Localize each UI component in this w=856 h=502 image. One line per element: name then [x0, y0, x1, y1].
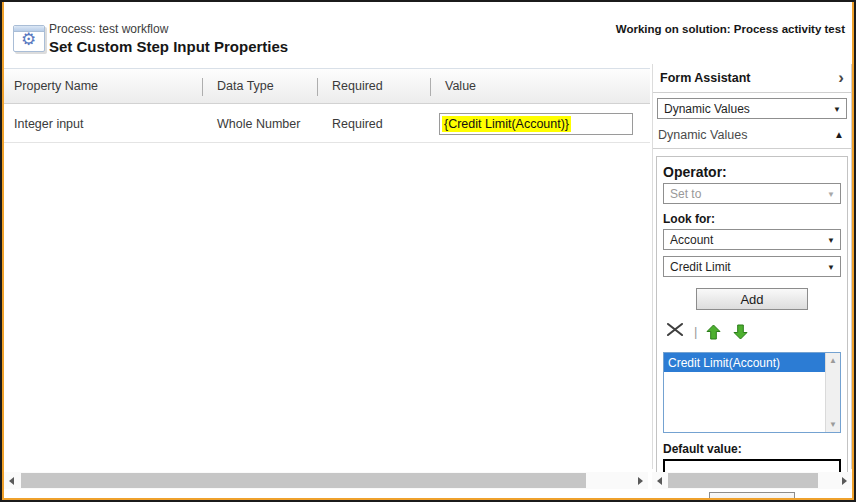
scroll-left-button[interactable]	[4, 472, 19, 489]
collapse-panel-chevron-icon[interactable]: ›	[838, 68, 844, 88]
gear-icon: ⚙	[21, 29, 36, 51]
dialog-header: ⚙ Process: test workflow Set Custom Step…	[2, 2, 854, 64]
look-for-attribute-value: Credit Limit	[670, 260, 731, 274]
ok-button[interactable]: OK	[709, 492, 795, 502]
delete-icon[interactable]	[666, 322, 684, 341]
chevron-down-icon: ▼	[827, 189, 835, 198]
scroll-right-icon	[638, 477, 643, 485]
window-frame-icon: ⚙	[13, 25, 45, 52]
look-for-label: Look for:	[663, 212, 841, 226]
scroll-right-icon	[842, 477, 847, 485]
cell-required: Required	[332, 117, 383, 131]
panel-horizontal-scrollbar[interactable]	[652, 472, 852, 489]
operator-label: Operator:	[663, 164, 841, 180]
table-row: Integer input Whole Number Required {Cre…	[4, 105, 650, 143]
form-assistant-title: Form Assistant	[660, 71, 751, 85]
dialog-window: ⚙ Process: test workflow Set Custom Step…	[0, 0, 856, 502]
page-title: Set Custom Step Input Properties	[49, 38, 288, 55]
column-header-data-type: Data Type	[217, 79, 274, 93]
process-window-gear-icon: ⚙	[13, 25, 49, 56]
working-on-solution-label: Working on solution: Process activity te…	[616, 23, 845, 35]
grid-header-row: Property Name Data Type Required Value	[4, 68, 650, 104]
operator-value: Set to	[670, 187, 701, 201]
scroll-up-icon[interactable]: ▲	[826, 356, 840, 365]
scroll-right-button[interactable]	[837, 472, 852, 489]
add-button[interactable]: Add	[696, 288, 808, 310]
column-divider	[202, 78, 203, 96]
form-assistant-panel: Form Assistant › Dynamic Values ▼ Dynami…	[652, 64, 852, 469]
assistant-view-select[interactable]: Dynamic Values ▼	[657, 98, 847, 119]
scrollbar-track[interactable]	[19, 472, 633, 489]
toolbar-divider: |	[694, 324, 697, 339]
column-header-value: Value	[445, 79, 476, 93]
look-for-entity-select[interactable]: Account ▼	[663, 229, 841, 250]
chevron-down-icon: ▼	[833, 104, 841, 113]
section-collapse-icon[interactable]: ▲	[834, 129, 844, 140]
look-for-attribute-select[interactable]: Credit Limit ▼	[663, 256, 841, 277]
scroll-left-button[interactable]	[652, 472, 667, 489]
list-item[interactable]: Credit Limit(Account)	[664, 353, 825, 372]
column-header-property-name: Property Name	[14, 79, 98, 93]
default-value-label: Default value:	[663, 442, 841, 456]
chevron-down-icon: ▼	[827, 262, 835, 271]
column-divider	[430, 78, 431, 96]
column-divider	[317, 78, 318, 96]
assistant-view-value: Dynamic Values	[664, 102, 750, 116]
property-grid: Property Name Data Type Required Value I…	[4, 64, 650, 484]
operator-select[interactable]: Set to ▼	[663, 183, 841, 204]
process-name-label: Process: test workflow	[49, 22, 168, 36]
value-input[interactable]: {Credit Limit(Account)}	[439, 113, 633, 135]
scroll-left-icon	[9, 477, 14, 485]
list-toolbar: |	[663, 322, 841, 341]
scrollbar-thumb[interactable]	[21, 473, 586, 488]
dynamic-values-section-header: Dynamic Values ▲	[653, 126, 851, 147]
cell-data-type: Whole Number	[217, 117, 300, 131]
form-assistant-header: Form Assistant ›	[653, 64, 851, 93]
section-divider	[653, 148, 851, 149]
listbox-items: Credit Limit(Account)	[664, 353, 825, 432]
main-horizontal-scrollbar[interactable]	[4, 472, 648, 489]
listbox-vertical-scrollbar[interactable]: ▲ ▼	[825, 353, 840, 432]
column-header-required: Required	[332, 79, 383, 93]
scroll-right-button[interactable]	[633, 472, 648, 489]
move-down-icon[interactable]	[733, 324, 748, 340]
move-up-icon[interactable]	[706, 324, 721, 340]
scroll-left-icon	[657, 477, 662, 485]
scrollbar-track[interactable]	[667, 472, 837, 489]
dynamic-values-listbox[interactable]: Credit Limit(Account) ▲ ▼	[663, 352, 841, 433]
dynamic-values-group: Operator: Set to ▼ Look for: Account ▼ C…	[656, 156, 848, 474]
chevron-down-icon: ▼	[827, 235, 835, 244]
scroll-down-icon[interactable]: ▼	[826, 420, 840, 429]
scrollbar-thumb[interactable]	[668, 473, 818, 488]
look-for-entity-value: Account	[670, 233, 713, 247]
value-highlighted-text: {Credit Limit(Account)}	[442, 116, 571, 132]
section-label: Dynamic Values	[658, 128, 747, 142]
cell-property-name: Integer input	[14, 117, 84, 131]
